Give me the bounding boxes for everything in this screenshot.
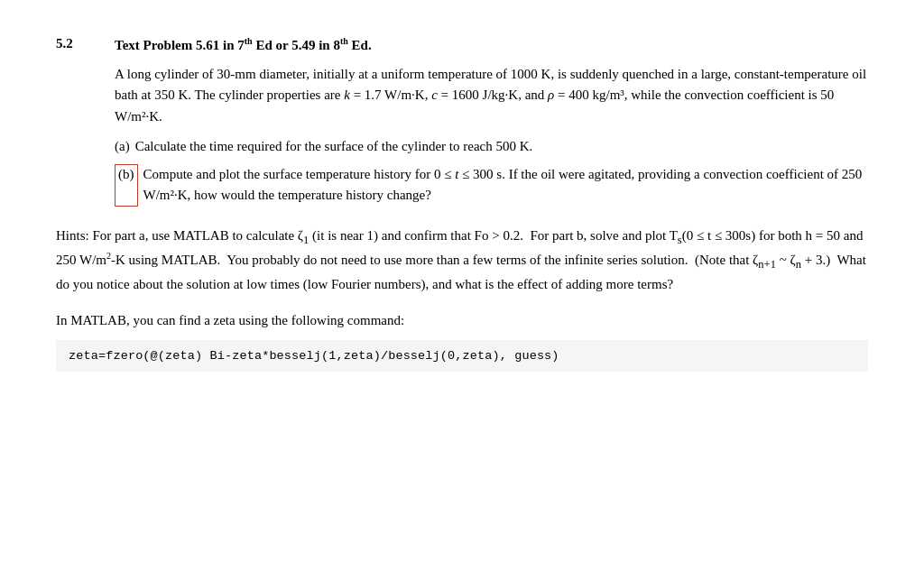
section-number: 5.2: [56, 36, 88, 53]
code-block: zeta=fzero(@(zeta) Bi-zeta*besselj(1,zet…: [56, 340, 868, 372]
problem-description: A long cylinder of 30-mm diameter, initi…: [115, 64, 868, 127]
part-b-content: Compute and plot the surface temperature…: [143, 164, 869, 207]
part-a: (a) Calculate the time required for the …: [115, 136, 868, 157]
part-b: (b) Compute and plot the surface tempera…: [115, 164, 868, 207]
page: 5.2 Text Problem 5.61 in 7th Ed or 5.49 …: [20, 18, 904, 390]
part-a-content: Calculate the time required for the surf…: [135, 136, 533, 157]
part-b-label: (b): [115, 164, 138, 207]
section-header: 5.2 Text Problem 5.61 in 7th Ed or 5.49 …: [56, 36, 868, 53]
part-a-label: (a): [115, 136, 130, 157]
matlab-intro: In MATLAB, you can find a zeta using the…: [56, 309, 868, 331]
section-title: Text Problem 5.61 in 7th Ed or 5.49 in 8…: [115, 36, 372, 53]
hints-text: Hints: For part a, use MATLAB to calcula…: [56, 225, 868, 295]
